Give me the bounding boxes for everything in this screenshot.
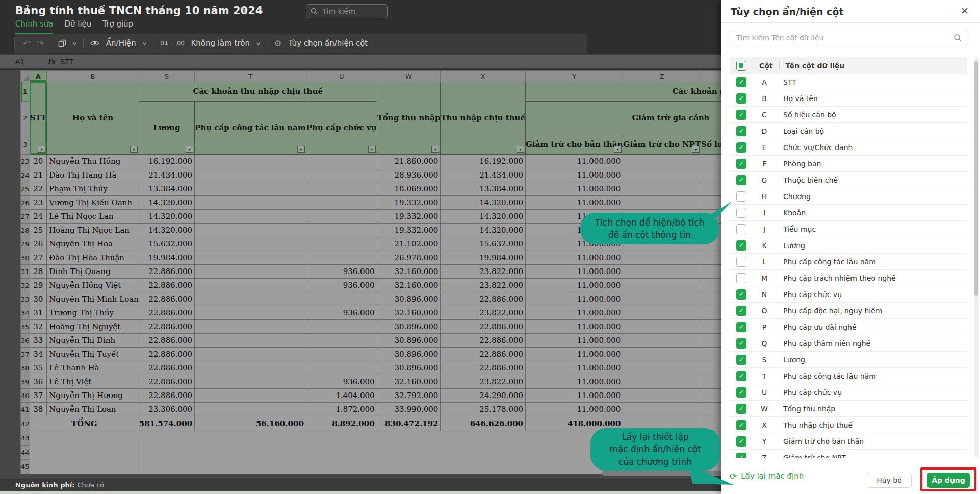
cell-value[interactable]: 14.320.000 xyxy=(139,196,194,210)
cell-name[interactable]: Đào Thị Hòa Thuận xyxy=(47,251,139,265)
checked-checkbox[interactable]: ✓ xyxy=(736,322,746,332)
cell-value[interactable]: 19.984.000 xyxy=(441,251,526,265)
cell-value[interactable] xyxy=(195,361,306,375)
column-header-Y[interactable]: Y xyxy=(526,71,623,82)
empty-cell[interactable] xyxy=(30,460,139,474)
checked-checkbox[interactable]: ✓ xyxy=(736,371,746,381)
cell-value[interactable]: 11.000.000 xyxy=(526,403,623,416)
chevron-down-icon[interactable]: ∨ xyxy=(72,41,77,46)
checked-checkbox[interactable]: ✓ xyxy=(736,93,746,104)
rounding-select[interactable]: Không làm tròn xyxy=(191,39,249,48)
cell-value[interactable] xyxy=(195,182,306,196)
cell-stt[interactable]: 38 xyxy=(30,403,47,416)
redo-icon[interactable]: ↷ xyxy=(37,39,44,48)
column-list-item-H[interactable]: HChương xyxy=(730,188,967,205)
column-list-item-W[interactable]: ✓WTổng thu nhập xyxy=(730,401,967,417)
apply-button[interactable]: Áp dụng xyxy=(927,473,970,488)
cell-value[interactable] xyxy=(306,168,377,182)
cell-value[interactable] xyxy=(701,155,721,168)
cell-value[interactable]: 19.332.000 xyxy=(377,210,441,224)
cell-value[interactable] xyxy=(306,334,377,348)
cell-value[interactable]: 21.434.000 xyxy=(139,168,194,182)
cell-value[interactable] xyxy=(701,251,721,265)
column-list-item-F[interactable]: ✓FPhòng ban xyxy=(730,156,967,172)
cell-value[interactable] xyxy=(195,403,306,416)
header-allowance-position[interactable]: Phụ cấp chức vụ▾ xyxy=(306,102,377,155)
row-header-32[interactable]: 32 xyxy=(21,279,30,292)
cell-name[interactable]: Nguyễn Thị Dinh xyxy=(47,334,139,348)
cell-name[interactable]: Trương Thị Thủy xyxy=(47,306,139,320)
column-list-item-T[interactable]: ✓TPhụ cấp công tác lâu năm xyxy=(730,368,967,384)
cell-value[interactable] xyxy=(306,348,377,361)
row-header-40[interactable]: 40 xyxy=(21,389,30,403)
cell-value[interactable] xyxy=(306,155,377,168)
unchecked-checkbox[interactable] xyxy=(736,224,746,234)
cell-stt[interactable]: 21 xyxy=(30,168,47,182)
cell-value[interactable] xyxy=(306,196,377,210)
filter-button[interactable]: ▾ xyxy=(38,146,45,153)
copy-icon[interactable] xyxy=(58,39,66,47)
cell-value[interactable]: 11.000.000 xyxy=(526,196,623,210)
column-list-item-Z[interactable]: ✓ZGiảm trừ cho NPT xyxy=(730,450,967,458)
cell-value[interactable] xyxy=(701,403,721,416)
cell-value[interactable]: 26.978.000 xyxy=(377,251,441,265)
cell-name[interactable]: Nguyễn Thị Hoa xyxy=(47,237,139,251)
cell-value[interactable]: 1.404.000 xyxy=(306,389,377,403)
row-header-44[interactable]: 44 xyxy=(21,446,30,460)
row-header-35[interactable]: 35 xyxy=(21,320,30,334)
select-all-corner[interactable] xyxy=(21,71,30,82)
cell-stt[interactable]: 32 xyxy=(30,320,47,334)
column-list-item-K[interactable]: ✓KLương xyxy=(730,237,967,254)
global-search[interactable] xyxy=(306,4,388,18)
filter-button[interactable]: ▾ xyxy=(130,146,138,153)
cell-stt[interactable]: 27 xyxy=(30,251,47,265)
cell-value[interactable] xyxy=(623,292,701,306)
cell-value[interactable] xyxy=(306,361,377,375)
cell-reference[interactable]: A1 xyxy=(0,58,40,66)
cell-value[interactable]: 23.306.000 xyxy=(139,403,194,416)
cell-value[interactable] xyxy=(195,306,306,320)
cell-value[interactable]: 13.384.000 xyxy=(441,182,526,196)
checked-checkbox[interactable]: ✓ xyxy=(736,110,746,120)
total-label[interactable]: TỔNG xyxy=(30,416,139,431)
header-salary[interactable]: Lương▾ xyxy=(139,102,194,155)
row-header-28[interactable]: 28 xyxy=(21,224,30,237)
row-header-41[interactable]: 41 xyxy=(21,403,30,416)
cell-value[interactable] xyxy=(623,265,701,279)
cell-value[interactable]: 16.192.000 xyxy=(139,155,194,168)
cell-value[interactable] xyxy=(701,334,721,348)
checked-checkbox[interactable]: ✓ xyxy=(736,404,746,414)
cell-value[interactable]: 11.000.000 xyxy=(526,389,623,403)
cell-value[interactable] xyxy=(195,320,306,334)
cell-value[interactable] xyxy=(195,375,306,389)
column-header-A[interactable]: A xyxy=(30,71,47,82)
filter-button[interactable]: ▾ xyxy=(297,146,305,153)
column-search-input[interactable] xyxy=(735,33,953,42)
column-list-item-M[interactable]: MPhụ cấp trách nhiệm theo nghề xyxy=(730,270,967,286)
cell-value[interactable] xyxy=(623,251,701,265)
cell-value[interactable]: 11.000.000 xyxy=(526,182,623,196)
cell-value[interactable] xyxy=(306,210,377,224)
cell-value[interactable] xyxy=(195,334,306,348)
cell-value[interactable] xyxy=(701,375,721,389)
row-header-38[interactable]: 38 xyxy=(21,361,30,375)
cell-stt[interactable]: 25 xyxy=(30,224,47,237)
cell-value[interactable]: 32.160.000 xyxy=(377,279,441,292)
column-list-item-O[interactable]: ✓OPhụ cấp độc hại, nguy hiểm xyxy=(730,303,967,319)
row-header-31[interactable]: 31 xyxy=(21,265,30,279)
cell-value[interactable]: 14.320.000 xyxy=(441,224,526,237)
cell-name[interactable]: Vương Thị Kiều Oanh xyxy=(47,196,139,210)
cell-name[interactable]: Nguyễn Thị Tuyết xyxy=(47,348,139,361)
cell-value[interactable]: 22.886.000 xyxy=(139,334,194,348)
cell-value[interactable]: 30.896.000 xyxy=(377,334,441,348)
cell-value[interactable]: 23.822.000 xyxy=(441,306,526,320)
cell-value[interactable]: 22.886.000 xyxy=(441,348,526,361)
row-header-1[interactable]: 1 xyxy=(21,82,30,102)
cell-value[interactable]: 19.332.000 xyxy=(377,224,441,237)
cell-value[interactable]: 11.000.000 xyxy=(526,361,623,375)
header-self-deduction[interactable]: Giảm trừ cho bản thân▾ xyxy=(526,135,623,155)
cell-value[interactable]: 25.178.000 xyxy=(441,403,526,416)
header-income-group[interactable]: Các khoản thu nhập chịu thuế xyxy=(139,82,377,102)
filter-button[interactable]: ▾ xyxy=(692,146,700,153)
cell-value[interactable]: 936.000 xyxy=(306,306,377,320)
